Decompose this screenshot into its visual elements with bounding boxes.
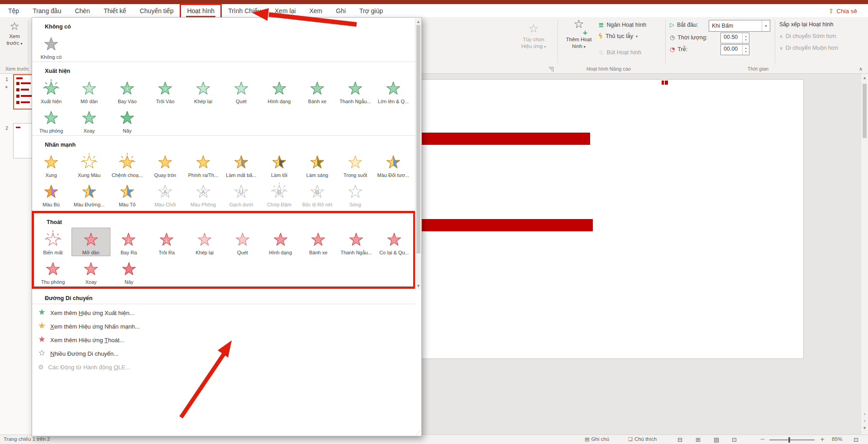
menu-tab-ghi[interactable]: Ghi	[336, 7, 346, 14]
animation-effect-xuất-hiện[interactable]: Xuất hiện	[32, 77, 70, 105]
delay-spinner[interactable]: 00.00 ▴▾	[720, 44, 749, 55]
slide-sorter-view-icon[interactable]: ⊞	[696, 436, 701, 443]
move-later-button[interactable]: ∨ Di chuyển Muộn hơn	[779, 45, 838, 51]
animation-effect-quét[interactable]: Quét	[224, 228, 262, 256]
menu-tab-trợ-giúp[interactable]: Trợ giúp	[359, 7, 383, 14]
animation-effect-hình-dạng[interactable]: Hình dạng	[262, 228, 300, 256]
menu-tab-trang-đầu[interactable]: Trang đầu	[33, 7, 61, 14]
animation-effect-không-có[interactable]: Không có	[32, 33, 70, 60]
gallery-scrollbar-thumb[interactable]	[416, 25, 420, 253]
group-label-advanced-animation: Hoạt hình Nâng cao	[566, 66, 652, 72]
animation-effect-thu-phóng[interactable]: Thu phóng	[34, 258, 72, 285]
animation-effect-co-lại-qu-[interactable]: Co lại & Qu...	[375, 228, 413, 256]
svg-text:↑: ↑	[164, 86, 167, 92]
menu-tab-hoạt-hình[interactable]: Hoạt hình	[187, 7, 215, 14]
comments-button[interactable]: ❏Chú thích	[628, 436, 657, 442]
zoom-out-icon[interactable]: —	[760, 436, 765, 441]
animation-effect-label: Không có	[32, 54, 70, 60]
menu-tab-thiết-kế[interactable]: Thiết kế	[104, 7, 126, 14]
fit-to-window-icon[interactable]: ⊡	[854, 436, 858, 443]
animation-effect-màu-tô[interactable]: Màu Tô	[108, 180, 146, 208]
animation-effect-trôi-ra[interactable]: ↓Trôi Ra	[148, 228, 186, 256]
animation-effect-làm-sáng[interactable]: Làm sáng	[298, 151, 336, 178]
share-button[interactable]: ⇧ Chia sẻ	[825, 5, 861, 16]
animation-effect-hình-dạng[interactable]: Hình dạng	[260, 77, 298, 105]
gallery-scroll-up-icon[interactable]: ▲	[415, 20, 421, 24]
animation-effect-trong-suốt[interactable]: Trong suốt	[336, 151, 374, 178]
animation-effect-màu-đối-tươ-[interactable]: Màu Đối tươ...	[374, 151, 412, 178]
animation-effect-bay-vào[interactable]: ↑Bay Vào	[108, 77, 146, 105]
dialog-launcher-icon[interactable]	[548, 67, 553, 72]
menu-tab-trình-chiếu[interactable]: Trình Chiếu	[228, 7, 261, 14]
gallery-scroll-down-icon[interactable]: ▼	[415, 284, 421, 288]
animation-effect-làm-tối[interactable]: Làm tối	[260, 151, 298, 178]
zoom-in-icon[interactable]: +	[820, 436, 825, 443]
animation-effect-bánh-xe[interactable]: Bánh xe	[298, 77, 336, 105]
collapse-ribbon-icon[interactable]: ∧	[859, 66, 863, 72]
main-vertical-scrollbar[interactable]: ▲ ∧ ∨ ▼	[861, 74, 868, 434]
gallery-link-xem-th-m-hi-u-ng-nh-n-m-nh-[interactable]: Xem thêm Hiệu ứng Nhấn mạnh...	[32, 320, 415, 333]
previous-slide-icon[interactable]: ∧	[861, 412, 868, 416]
gallery-link-xem-th-m-hi-u-ng-tho-t-[interactable]: Xem thêm Hiệu ứng Thoát...	[32, 333, 415, 347]
animation-effect-màu-đường-[interactable]: Màu Đường...	[70, 180, 108, 208]
animation-effect-bánh-xe[interactable]: Bánh xe	[300, 228, 338, 256]
animation-effect-xung-màu[interactable]: Xung Màu	[70, 151, 108, 178]
menu-tab-tệp[interactable]: Tệp	[8, 7, 19, 14]
menu-tab-chèn[interactable]: Chèn	[75, 7, 90, 14]
move-earlier-button[interactable]: ∧ Di chuyển Sớm hơn	[779, 33, 836, 39]
animation-effect-lớn-lên-q-[interactable]: Lớn lên & Q...	[374, 77, 412, 105]
animation-painter-button[interactable]: ☆ Bút Hoạt hình	[598, 49, 641, 56]
animation-effect-nảy[interactable]: Nảy	[108, 106, 146, 134]
animation-effect-thanh-ngẫu-[interactable]: Thanh Ngẫu...	[336, 77, 374, 105]
animation-effect-phình-ra-th-[interactable]: Phình ra/Th...	[184, 151, 222, 178]
animation-effect-trôi-vào[interactable]: ↑Trôi Vào	[146, 77, 184, 105]
animation-effect-thanh-ngẫu-[interactable]: Thanh Ngẫu...	[337, 228, 375, 256]
menu-tab-xem[interactable]: Xem	[309, 7, 322, 14]
animation-effect-label: Nảy	[108, 128, 146, 134]
slideshow-view-icon[interactable]: ⊡	[732, 436, 737, 443]
scroll-down-icon[interactable]: ▼	[861, 426, 868, 430]
trigger-button[interactable]: ϟ Thủ tục lẫy ▾	[598, 32, 638, 40]
gallery-scrollbar[interactable]: ▲ ▼	[415, 18, 421, 290]
add-animation-button[interactable]: ☆ + Thêm Hoạt hình ▾	[560, 21, 597, 50]
zoom-percentage[interactable]: 85%	[832, 436, 842, 442]
animation-effect-bay-ra[interactable]: ↓Bay Ra	[110, 228, 148, 256]
animation-effect-màu-bù[interactable]: Màu Bù	[32, 180, 70, 208]
animation-effect-làm-mất-bã-[interactable]: Làm mất bã...	[222, 151, 260, 178]
animation-effect-khép-lại[interactable]: Khép lại	[186, 228, 224, 256]
gallery-link-xem-th-m-hi-u-ng-xu-t-hi-n-[interactable]: Xem thêm Hiệu ứng Xuất hiện...	[32, 306, 415, 320]
reading-view-icon[interactable]: ▤	[714, 436, 719, 443]
animation-effect-quét[interactable]: Quét	[222, 77, 260, 105]
scroll-up-icon[interactable]: ▲	[861, 76, 868, 80]
scrollbar-thumb[interactable]	[863, 84, 867, 138]
animation-effect-mở-dần[interactable]: Mở dần	[72, 228, 110, 256]
animation-effect-xung[interactable]: Xung	[32, 151, 70, 178]
animation-effect-xoay[interactable]: Xoay	[70, 106, 108, 134]
normal-view-icon[interactable]: ⊟	[677, 436, 682, 443]
animation-effect-khép-lại[interactable]: Khép lại	[184, 77, 222, 105]
start-combobox-chevron-icon[interactable]: ▾	[762, 20, 770, 31]
animation-effect-thu-phóng[interactable]: Thu phóng	[32, 106, 70, 134]
menu-tab-chuyển-tiếp[interactable]: Chuyển tiếp	[140, 7, 174, 14]
next-slide-icon[interactable]: ∨	[861, 419, 868, 423]
animation-effect-biến-mất[interactable]: Biến mất	[34, 228, 72, 256]
menu-tab-xem-lại[interactable]: Xem lại	[275, 7, 296, 14]
animation-effect-chệnh-choạ-[interactable]: Chệnh choạ...	[108, 151, 146, 178]
gallery-link-nhi-u-ng-di-chuy-n-[interactable]: Nhiều Đường Di chuyển...	[32, 347, 415, 360]
animation-effect-label: Mở dần	[72, 250, 110, 256]
zoom-slider-knob[interactable]	[788, 437, 790, 443]
duration-spinner[interactable]: 00.50 ▴▾	[720, 33, 749, 43]
animation-effect-mở-dần[interactable]: Mở dần	[70, 77, 108, 105]
animation-effect-xoay[interactable]: Xoay	[72, 258, 110, 285]
zoom-slider[interactable]	[769, 439, 815, 440]
effect-options-button[interactable]: ☆ Tùy chọn Hiệu ứng ▾	[513, 21, 554, 50]
start-combobox[interactable]: Khi Bấm ▾	[709, 20, 770, 32]
gallery-resize-grip[interactable]: ⋰	[416, 430, 420, 435]
animation-effect-quay-tròn[interactable]: Quay tròn	[146, 151, 184, 178]
animation-star-icon	[374, 78, 412, 99]
animation-effect-label: Thanh Ngẫu...	[337, 250, 375, 256]
preview-button[interactable]: ☆ Xem trước ▾	[3, 19, 26, 63]
animation-pane-button[interactable]: ≡ Ngăn Hoạt hình	[598, 21, 646, 29]
animation-effect-nảy[interactable]: Nảy	[110, 258, 148, 285]
notes-button[interactable]: ▤Ghi chú	[585, 436, 609, 442]
